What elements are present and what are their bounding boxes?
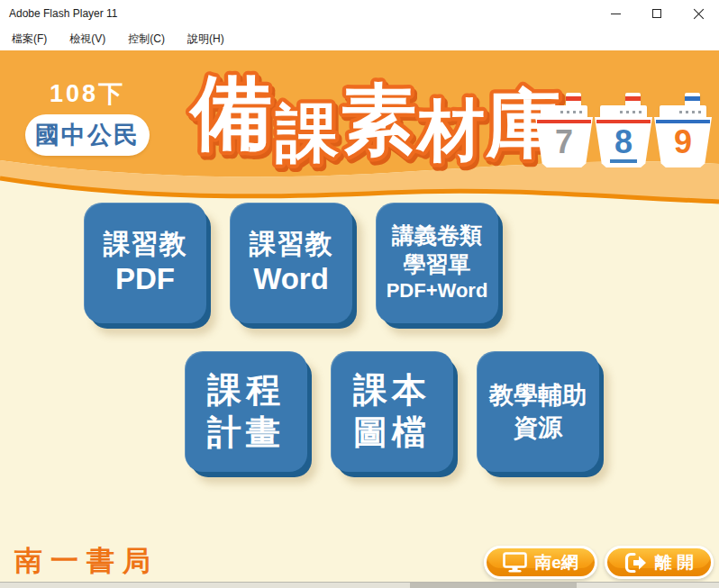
- title-char: 素: [341, 76, 416, 164]
- tile-teaching-aids[interactable]: 教學輔助 資源: [477, 351, 599, 472]
- tile-label: PDF+Word: [387, 278, 488, 304]
- minimize-button[interactable]: [595, 0, 636, 27]
- flash-player-window: Adobe Flash Player 11 檔案(F) 檢視(V) 控制(C) …: [0, 0, 719, 588]
- title-bar: Adobe Flash Player 11: [0, 0, 719, 27]
- grade-8-selected-underline: [610, 159, 637, 163]
- tile-label: 課程: [207, 369, 285, 412]
- tile-label: 課習教: [250, 228, 333, 260]
- title-char: 材: [415, 91, 485, 168]
- tile-lesson-materials-pdf[interactable]: 課習教 PDF: [84, 203, 206, 323]
- tile-label: 課本: [353, 369, 431, 412]
- tile-label: 資源: [514, 412, 562, 444]
- tile-lesson-materials-word[interactable]: 課習教 Word: [230, 203, 352, 323]
- title-char: 課: [275, 96, 339, 169]
- tile-label: PDF: [115, 260, 175, 297]
- minimize-icon: [611, 14, 621, 14]
- tile-label: 圖檔: [353, 412, 431, 455]
- nan-e-web-button[interactable]: 南e網: [484, 546, 597, 579]
- boat-deck-icon: [600, 105, 647, 119]
- tile-label: 計畫: [207, 412, 285, 455]
- subject-pill: 國中公民: [25, 114, 150, 156]
- grade-9-boat[interactable]: 9: [654, 93, 712, 168]
- boat-hull-icon: 7: [535, 117, 593, 167]
- horizontal-scrollbar[interactable]: [0, 582, 719, 588]
- tile-label: 講義卷類: [392, 222, 482, 249]
- app-title: 備 課 素 材 庫: [186, 54, 573, 169]
- grade-selector: 7 8 9: [535, 93, 712, 168]
- boat-deck-icon: [541, 105, 587, 119]
- menu-bar: 檔案(F) 檢視(V) 控制(C) 說明(H): [0, 27, 719, 50]
- grade-7-number: 7: [555, 125, 573, 159]
- tile-label: 教學輔助: [489, 379, 587, 412]
- edition-badge: 108下 國中公民: [25, 77, 150, 156]
- title-char: 備: [188, 65, 272, 159]
- boat-deck-icon: [660, 105, 706, 119]
- boat-hull-icon: 9: [654, 117, 712, 167]
- tile-row-1: 課習教 PDF 課習教 Word 講義卷類 學習單 PDF+Word: [84, 203, 498, 323]
- semester-label: 108下: [25, 77, 150, 110]
- menu-view[interactable]: 檢視(V): [67, 30, 108, 49]
- window-controls: [595, 0, 719, 27]
- exit-button[interactable]: 離 開: [605, 546, 714, 579]
- monitor-icon: [503, 552, 527, 573]
- close-icon: [693, 8, 705, 20]
- close-button[interactable]: [678, 0, 719, 27]
- grade-8-number: 8: [614, 125, 633, 159]
- maximize-icon: [652, 9, 661, 18]
- publisher-logo: 南一書局: [14, 542, 159, 580]
- menu-help[interactable]: 說明(H): [185, 30, 227, 49]
- exit-label: 離 開: [655, 551, 694, 574]
- tile-textbook-images[interactable]: 課本 圖檔: [331, 351, 453, 472]
- tile-label: 課習教: [104, 228, 187, 260]
- flash-stage: 108下 國中公民 備 課 素 材 庫 7: [0, 50, 719, 582]
- boat-hull-icon: 8: [595, 117, 652, 167]
- nan-e-web-label: 南e網: [534, 551, 578, 574]
- tile-label: Word: [253, 260, 329, 297]
- tile-row-2: 課程 計畫 課本 圖檔 教學輔助 資源: [185, 351, 599, 472]
- tile-label: 學習單: [404, 250, 471, 278]
- exit-icon: [624, 552, 648, 574]
- window-title: Adobe Flash Player 11: [0, 7, 595, 20]
- grade-7-boat[interactable]: 7: [535, 93, 593, 168]
- scrollbar-thumb[interactable]: [410, 583, 577, 588]
- tile-curriculum-plan[interactable]: 課程 計畫: [185, 351, 307, 472]
- menu-file[interactable]: 檔案(F): [9, 30, 50, 49]
- grade-8-boat[interactable]: 8: [595, 93, 652, 168]
- maximize-button[interactable]: [636, 0, 678, 27]
- tile-handouts-worksheets[interactable]: 講義卷類 學習單 PDF+Word: [376, 203, 498, 323]
- menu-control[interactable]: 控制(C): [125, 30, 168, 49]
- grade-9-number: 9: [674, 125, 692, 159]
